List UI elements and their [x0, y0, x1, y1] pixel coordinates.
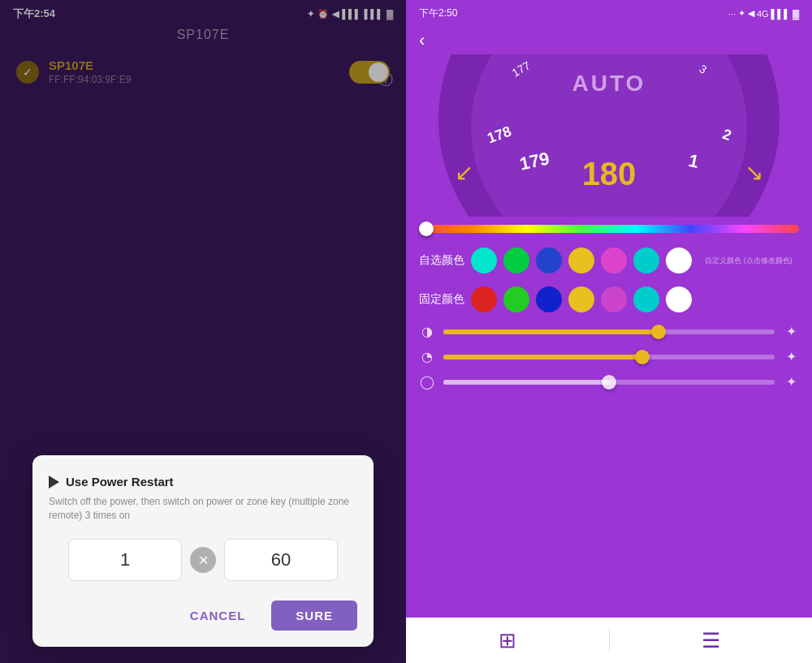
dialog-overlay: Use Power Restart Switch off the power, …: [0, 0, 406, 663]
fixed-color-1[interactable]: [471, 286, 497, 312]
brightness-slider-row: ◑ ✦: [406, 319, 812, 344]
num-179: 179: [518, 148, 551, 174]
third-slider-row: ◯ ✦: [406, 369, 812, 394]
dots-icon: ···: [728, 9, 736, 19]
arrow-right-icon[interactable]: ↘: [745, 159, 763, 186]
rainbow-slider-container: [406, 217, 812, 241]
bottom-nav: ⊞ ☰: [406, 618, 812, 663]
input-field-1[interactable]: 1: [68, 539, 182, 581]
dialog-buttons: CANCEL SURE: [49, 601, 357, 631]
light-icon-left: ◯: [419, 374, 435, 390]
nav-item-1[interactable]: ⊞: [406, 618, 609, 663]
third-fill: [443, 380, 609, 385]
4g-label: 4G: [757, 9, 769, 19]
drum-wheel[interactable]: AUTO 177 178 179 180 1 2 3 ↙ ↘: [406, 54, 812, 217]
num-178: 178: [485, 123, 513, 147]
fixed-color-7[interactable]: [666, 286, 692, 312]
rainbow-slider[interactable]: [419, 225, 799, 233]
fixed-color-2[interactable]: [503, 286, 529, 312]
num-177: 177: [510, 58, 533, 80]
fixed-colors-label: 固定颜色: [419, 292, 464, 307]
third-knob: [602, 375, 616, 390]
num-3: 3: [698, 62, 710, 76]
time-right: 下午2:50: [419, 6, 457, 20]
custom-color-7[interactable]: [666, 248, 692, 273]
custom-color-5[interactable]: [601, 248, 627, 273]
custom-color-4[interactable]: [568, 248, 594, 273]
rainbow-knob: [419, 222, 434, 236]
third-track[interactable]: [443, 380, 775, 385]
speed-track[interactable]: [443, 355, 775, 359]
dialog-inputs: 1 ✕ 60: [49, 539, 357, 581]
dialog-desc: Switch off the power, then switch on pow…: [49, 495, 357, 523]
brightness-icon-right: ✦: [783, 324, 799, 339]
num-180-current: 180: [582, 156, 637, 192]
nav-icon-1: ⊞: [499, 628, 516, 653]
custom-colors-label: 自选颜色: [419, 253, 464, 268]
speed-fill: [443, 355, 642, 359]
speed-icon-right: ✦: [783, 349, 799, 364]
custom-colors-desc: 自定义颜色 (点击修改颜色): [698, 256, 799, 266]
network-icon: ◀: [748, 8, 754, 19]
nav-icon-2: ☰: [702, 628, 720, 653]
brightness-knob: [651, 325, 666, 339]
sure-button[interactable]: SURE: [271, 601, 357, 631]
custom-colors-section: 自选颜色 自定义颜色 (点击修改颜色): [406, 241, 812, 280]
back-button[interactable]: ‹: [406, 27, 812, 54]
num-1: 1: [686, 150, 700, 173]
custom-color-3[interactable]: [536, 248, 562, 273]
speed-knob: [635, 350, 650, 364]
custom-color-1[interactable]: [471, 248, 497, 273]
nav-item-2[interactable]: ☰: [610, 618, 813, 663]
bluetooth-icon-right: ✦: [738, 8, 745, 19]
brightness-fill: [443, 329, 659, 334]
fixed-color-4[interactable]: [568, 286, 594, 312]
drum-numbers: AUTO 177 178 179 180 1 2 3 ↙ ↘: [406, 54, 812, 217]
custom-color-2[interactable]: [503, 248, 529, 273]
cancel-button[interactable]: CANCEL: [174, 601, 262, 631]
right-panel: 下午2:50 ··· ✦ ◀ 4G ▌▌▌ ▓ ‹ AUTO 177 178 1…: [406, 0, 812, 663]
fixed-color-6[interactable]: [633, 286, 659, 312]
fixed-color-5[interactable]: [601, 286, 627, 312]
dialog-title-row: Use Power Restart: [49, 475, 357, 489]
arrow-left-icon[interactable]: ↙: [455, 159, 473, 186]
clear-button[interactable]: ✕: [190, 547, 216, 573]
brightness-icon-left: ◑: [419, 324, 435, 339]
status-bar-right: 下午2:50 ··· ✦ ◀ 4G ▌▌▌ ▓: [406, 0, 812, 27]
dialog-title: Use Power Restart: [66, 475, 174, 489]
speed-icon-left: ◔: [419, 349, 435, 364]
battery-icon-right: ▓: [793, 9, 799, 19]
signal-icon-right: ▌▌▌: [771, 9, 790, 19]
left-panel: 下午2:54 ✦ ⏰ ◀ ▌▌▌ ▌▌▌ ▓ SP107E ⓘ ✓ SP107E…: [0, 0, 406, 663]
auto-label: AUTO: [572, 71, 646, 97]
num-2: 2: [720, 126, 734, 144]
fixed-colors-section: 固定颜色: [406, 280, 812, 319]
play-icon: [49, 476, 59, 489]
dialog-box: Use Power Restart Switch off the power, …: [32, 455, 374, 647]
light-icon-right: ✦: [783, 374, 799, 390]
input-field-2[interactable]: 60: [224, 539, 338, 581]
speed-slider-row: ◔ ✦: [406, 344, 812, 369]
custom-color-6[interactable]: [633, 248, 659, 273]
brightness-track[interactable]: [443, 329, 775, 334]
status-icons-right: ··· ✦ ◀ 4G ▌▌▌ ▓: [728, 8, 799, 19]
fixed-color-3[interactable]: [536, 286, 562, 312]
